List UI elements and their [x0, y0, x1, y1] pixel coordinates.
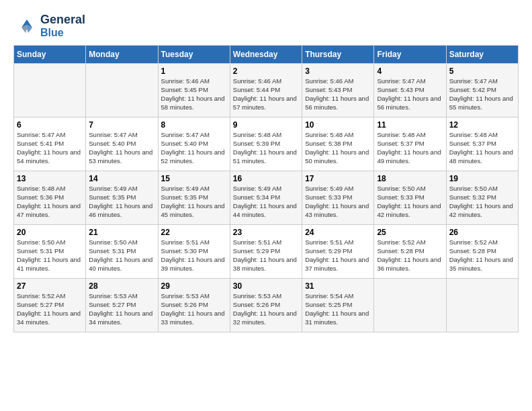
calendar-cell	[374, 279, 446, 332]
page-header: General Blue	[13, 13, 519, 38]
day-number: 26	[449, 228, 515, 237]
calendar-cell: 21Sunrise: 5:50 AM Sunset: 5:31 PM Dayli…	[86, 225, 158, 279]
weekday-header-thursday: Thursday	[302, 46, 374, 64]
day-info: Sunrise: 5:46 AM Sunset: 5:45 PM Dayligh…	[161, 77, 227, 111]
day-number: 8	[161, 120, 227, 130]
day-number: 9	[233, 120, 299, 130]
calendar-cell: 2Sunrise: 5:46 AM Sunset: 5:44 PM Daylig…	[230, 64, 302, 118]
calendar-cell: 6Sunrise: 5:47 AM Sunset: 5:41 PM Daylig…	[14, 118, 86, 171]
day-info: Sunrise: 5:47 AM Sunset: 5:41 PM Dayligh…	[17, 131, 83, 165]
day-number: 27	[17, 281, 83, 291]
day-info: Sunrise: 5:49 AM Sunset: 5:33 PM Dayligh…	[305, 185, 371, 219]
day-number: 20	[17, 228, 83, 237]
day-info: Sunrise: 5:46 AM Sunset: 5:43 PM Dayligh…	[305, 77, 371, 111]
day-number: 31	[305, 281, 371, 291]
calendar-cell: 24Sunrise: 5:51 AM Sunset: 5:29 PM Dayli…	[302, 225, 374, 279]
calendar-cell: 10Sunrise: 5:48 AM Sunset: 5:38 PM Dayli…	[302, 118, 374, 171]
calendar-body: 1Sunrise: 5:46 AM Sunset: 5:45 PM Daylig…	[14, 64, 519, 332]
day-info: Sunrise: 5:51 AM Sunset: 5:30 PM Dayligh…	[161, 238, 227, 273]
calendar-cell: 16Sunrise: 5:49 AM Sunset: 5:34 PM Dayli…	[230, 171, 302, 225]
day-info: Sunrise: 5:46 AM Sunset: 5:44 PM Dayligh…	[233, 77, 299, 111]
calendar-cell: 27Sunrise: 5:52 AM Sunset: 5:27 PM Dayli…	[14, 279, 86, 332]
day-info: Sunrise: 5:49 AM Sunset: 5:35 PM Dayligh…	[89, 185, 154, 219]
calendar-cell: 12Sunrise: 5:48 AM Sunset: 5:37 PM Dayli…	[446, 118, 518, 171]
day-number: 10	[305, 120, 371, 130]
weekday-header-friday: Friday	[374, 46, 446, 64]
day-number: 18	[377, 174, 443, 183]
day-info: Sunrise: 5:51 AM Sunset: 5:29 PM Dayligh…	[233, 238, 299, 273]
calendar-week-3: 13Sunrise: 5:48 AM Sunset: 5:36 PM Dayli…	[14, 171, 519, 225]
day-number: 24	[305, 228, 371, 237]
calendar-cell: 4Sunrise: 5:47 AM Sunset: 5:43 PM Daylig…	[374, 64, 446, 118]
logo: General Blue	[13, 13, 85, 38]
day-info: Sunrise: 5:52 AM Sunset: 5:27 PM Dayligh…	[17, 292, 83, 326]
calendar-week-1: 1Sunrise: 5:46 AM Sunset: 5:45 PM Daylig…	[14, 64, 519, 118]
calendar-cell: 1Sunrise: 5:46 AM Sunset: 5:45 PM Daylig…	[158, 64, 230, 118]
day-number: 17	[305, 174, 371, 183]
day-info: Sunrise: 5:48 AM Sunset: 5:37 PM Dayligh…	[377, 131, 443, 165]
day-number: 4	[377, 66, 443, 76]
calendar-cell: 14Sunrise: 5:49 AM Sunset: 5:35 PM Dayli…	[86, 171, 158, 225]
day-info: Sunrise: 5:48 AM Sunset: 5:38 PM Dayligh…	[305, 131, 371, 165]
day-number: 30	[233, 281, 299, 291]
day-info: Sunrise: 5:47 AM Sunset: 5:40 PM Dayligh…	[161, 131, 227, 165]
day-number: 21	[89, 228, 154, 237]
day-number: 3	[305, 66, 371, 76]
day-info: Sunrise: 5:48 AM Sunset: 5:37 PM Dayligh…	[449, 131, 515, 165]
day-info: Sunrise: 5:54 AM Sunset: 5:25 PM Dayligh…	[305, 292, 371, 326]
calendar-week-2: 6Sunrise: 5:47 AM Sunset: 5:41 PM Daylig…	[14, 118, 519, 171]
calendar-cell: 15Sunrise: 5:49 AM Sunset: 5:35 PM Dayli…	[158, 171, 230, 225]
calendar-cell: 8Sunrise: 5:47 AM Sunset: 5:40 PM Daylig…	[158, 118, 230, 171]
calendar-cell: 25Sunrise: 5:52 AM Sunset: 5:28 PM Dayli…	[374, 225, 446, 279]
calendar-cell: 3Sunrise: 5:46 AM Sunset: 5:43 PM Daylig…	[302, 64, 374, 118]
day-number: 14	[89, 174, 154, 183]
day-number: 7	[89, 120, 154, 130]
day-info: Sunrise: 5:48 AM Sunset: 5:36 PM Dayligh…	[17, 185, 83, 219]
calendar-week-5: 27Sunrise: 5:52 AM Sunset: 5:27 PM Dayli…	[14, 279, 519, 332]
day-number: 12	[449, 120, 515, 130]
day-info: Sunrise: 5:50 AM Sunset: 5:31 PM Dayligh…	[17, 238, 83, 273]
weekday-header-monday: Monday	[86, 46, 158, 64]
day-number: 25	[377, 228, 443, 237]
day-number: 11	[377, 120, 443, 130]
day-number: 5	[449, 66, 515, 76]
calendar-cell: 11Sunrise: 5:48 AM Sunset: 5:37 PM Dayli…	[374, 118, 446, 171]
day-number: 19	[449, 174, 515, 183]
calendar-cell: 13Sunrise: 5:48 AM Sunset: 5:36 PM Dayli…	[14, 171, 86, 225]
calendar-cell: 31Sunrise: 5:54 AM Sunset: 5:25 PM Dayli…	[302, 279, 374, 332]
calendar-cell: 17Sunrise: 5:49 AM Sunset: 5:33 PM Dayli…	[302, 171, 374, 225]
day-number: 6	[17, 120, 83, 130]
calendar-cell	[446, 279, 518, 332]
weekday-header-tuesday: Tuesday	[158, 46, 230, 64]
day-number: 22	[161, 228, 227, 237]
day-number: 28	[89, 281, 154, 291]
calendar-cell: 9Sunrise: 5:48 AM Sunset: 5:39 PM Daylig…	[230, 118, 302, 171]
weekday-header-wednesday: Wednesday	[230, 46, 302, 64]
weekday-header-saturday: Saturday	[446, 46, 518, 64]
calendar-table: SundayMondayTuesdayWednesdayThursdayFrid…	[13, 45, 519, 332]
calendar-cell: 19Sunrise: 5:50 AM Sunset: 5:32 PM Dayli…	[446, 171, 518, 225]
day-info: Sunrise: 5:51 AM Sunset: 5:29 PM Dayligh…	[305, 238, 371, 273]
day-info: Sunrise: 5:53 AM Sunset: 5:26 PM Dayligh…	[233, 292, 299, 326]
calendar-cell: 22Sunrise: 5:51 AM Sunset: 5:30 PM Dayli…	[158, 225, 230, 279]
day-number: 1	[161, 66, 227, 76]
calendar-cell: 29Sunrise: 5:53 AM Sunset: 5:26 PM Dayli…	[158, 279, 230, 332]
day-number: 16	[233, 174, 299, 183]
day-info: Sunrise: 5:53 AM Sunset: 5:26 PM Dayligh…	[161, 292, 227, 326]
calendar-header: SundayMondayTuesdayWednesdayThursdayFrid…	[14, 46, 519, 64]
day-info: Sunrise: 5:52 AM Sunset: 5:28 PM Dayligh…	[449, 238, 515, 273]
day-info: Sunrise: 5:48 AM Sunset: 5:39 PM Dayligh…	[233, 131, 299, 165]
weekday-header-sunday: Sunday	[14, 46, 86, 64]
day-info: Sunrise: 5:50 AM Sunset: 5:32 PM Dayligh…	[449, 185, 515, 219]
day-number: 13	[17, 174, 83, 183]
day-number: 29	[161, 281, 227, 291]
day-number: 15	[161, 174, 227, 183]
calendar-week-4: 20Sunrise: 5:50 AM Sunset: 5:31 PM Dayli…	[14, 225, 519, 279]
day-info: Sunrise: 5:50 AM Sunset: 5:31 PM Dayligh…	[89, 238, 154, 273]
calendar-cell: 20Sunrise: 5:50 AM Sunset: 5:31 PM Dayli…	[14, 225, 86, 279]
day-info: Sunrise: 5:50 AM Sunset: 5:33 PM Dayligh…	[377, 185, 443, 219]
calendar-cell: 28Sunrise: 5:53 AM Sunset: 5:27 PM Dayli…	[86, 279, 158, 332]
day-info: Sunrise: 5:47 AM Sunset: 5:40 PM Dayligh…	[89, 131, 154, 165]
day-info: Sunrise: 5:49 AM Sunset: 5:35 PM Dayligh…	[161, 185, 227, 219]
header-row: SundayMondayTuesdayWednesdayThursdayFrid…	[14, 46, 519, 64]
